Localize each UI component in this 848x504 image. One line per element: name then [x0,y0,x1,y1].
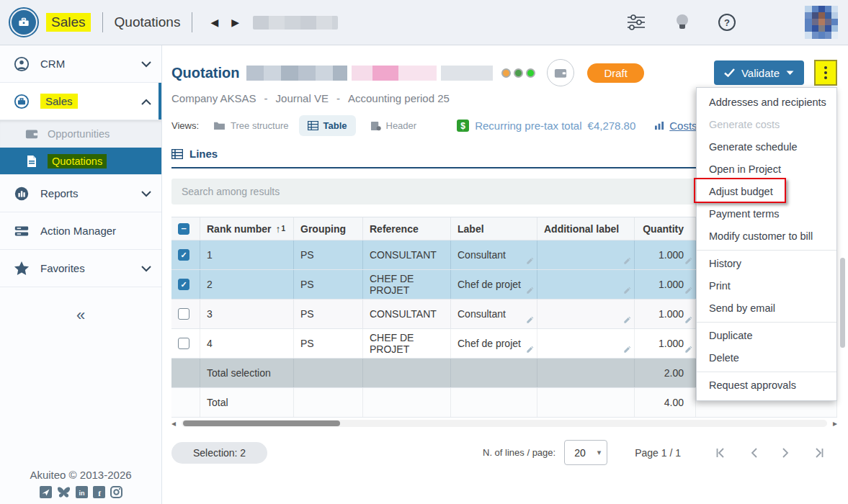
app-name[interactable]: Sales [46,13,91,32]
lines-per-page-select[interactable]: 20 ▾ [564,440,607,465]
sidebar-item-quotations[interactable]: Quotations [0,148,161,175]
view-header[interactable]: Header [370,120,417,131]
forward-arrow-icon[interactable]: ▶ [231,17,239,28]
total-selection-label: Total selection [200,359,294,387]
action-manager-icon [13,225,30,238]
menu-divider [697,322,836,323]
edit-cell-icon[interactable] [684,344,692,356]
chevron-down-icon [141,262,151,274]
menu-item-duplicate[interactable]: Duplicate [697,325,836,347]
butterfly-icon[interactable] [57,486,71,498]
menu-item-modify-customer-to-bill[interactable]: Modify customer to bill [697,225,836,248]
recurring-total-value: €4,278.80 [588,120,636,132]
wallet-button[interactable] [547,59,574,86]
company-label: Company AKSAS [171,92,256,104]
col-additional-label[interactable]: Additional label [537,217,635,240]
sidebar-item-sales[interactable]: Sales [0,83,161,120]
sidebar-item-favorites[interactable]: Favorites [0,250,161,287]
instagram-icon[interactable] [110,486,122,498]
linkedin-icon[interactable]: in [76,486,88,498]
lines-per-page-label: N. of lines / page: [483,447,555,458]
page-name: Quotations [115,14,181,30]
scrollbar-thumb[interactable] [183,420,340,426]
redacted-record-id [253,16,338,30]
edit-cell-icon[interactable] [684,256,692,267]
row-checkbox[interactable] [178,249,189,261]
edit-cell-icon[interactable] [526,285,534,297]
col-label[interactable]: Label [451,217,537,240]
back-arrow-icon[interactable]: ◀ [210,17,218,28]
row-checkbox[interactable] [178,308,189,320]
edit-cell-icon[interactable] [684,315,692,326]
edit-cell-icon[interactable] [526,315,534,326]
edit-cell-icon[interactable] [684,285,692,297]
sidebar-item-opportunities[interactable]: Opportunities [0,120,161,148]
collapse-sidebar-button[interactable]: « [0,306,161,325]
bar-chart-icon [654,121,665,130]
crm-icon [13,56,30,72]
kebab-menu-button[interactable] [814,60,837,86]
edit-cell-icon[interactable] [526,256,534,267]
page-indicator: Page 1 / 1 [635,447,681,459]
total-value: 4.00 [635,388,696,417]
edit-cell-icon[interactable] [623,315,631,326]
edit-cell-icon[interactable] [623,256,631,267]
tips-lightbulb-icon[interactable] [674,13,690,32]
menu-item-history[interactable]: History [697,253,836,275]
col-rank-number[interactable]: Rank number ↑1 [200,217,294,240]
last-page-button[interactable] [812,447,824,459]
vertical-scrollbar-thumb[interactable] [840,258,845,348]
folder-tree-icon [213,121,226,130]
help-icon[interactable]: ? [718,13,736,32]
menu-item-adjust-budget[interactable]: Adjust budget [697,181,836,203]
redacted-quotation-name [352,66,437,81]
view-table[interactable]: Table [299,115,356,136]
col-grouping[interactable]: Grouping [294,217,363,240]
sidebar: CRM Sales Opportunities Quotations Repor… [0,45,162,504]
first-page-button[interactable] [715,447,728,459]
menu-item-addresses-and-recipients[interactable]: Addresses and recipients [697,91,836,114]
divider [102,12,103,32]
select-all-checkbox[interactable] [178,223,189,235]
menu-item-generate-schedule[interactable]: Generate schedule [697,136,836,158]
edit-cell-icon[interactable] [623,285,631,297]
sidebar-item-reports[interactable]: Reports [0,175,161,212]
quotation-document-icon [24,155,39,168]
menu-item-payment-terms[interactable]: Payment terms [697,203,836,225]
akuiteo-logo [9,7,39,37]
lines-table-icon [171,149,183,159]
sidebar-item-crm[interactable]: CRM [0,45,161,83]
sidebar-item-label: Reports [40,187,79,199]
menu-item-request-approvals[interactable]: Request approvals [697,374,836,397]
menu-item-send-by-email[interactable]: Send by email [697,297,836,320]
col-quantity[interactable]: Quantity [635,217,696,240]
validate-button[interactable]: Validate [714,60,804,85]
sidebar-item-action-manager[interactable]: Action Manager [0,212,161,250]
row-checkbox[interactable] [178,279,189,290]
edit-cell-icon[interactable] [623,344,631,356]
menu-item-open-in-project[interactable]: Open in Project [697,158,836,181]
redacted-text [441,66,493,81]
horizontal-scrollbar[interactable]: ◂ ▸ [171,419,837,428]
previous-page-button[interactable] [750,447,759,459]
facebook-icon[interactable]: f [93,486,105,498]
apps-grid-icon[interactable] [764,16,777,30]
send-icon[interactable] [40,486,52,498]
money-icon: $ [457,120,469,132]
edit-cell-icon[interactable] [526,344,534,356]
recurring-total: $ Recurring pre-tax total €4,278.80 [457,120,635,132]
menu-item-delete[interactable]: Delete [697,347,836,369]
settings-sliders-icon[interactable] [625,13,647,32]
scroll-right-icon[interactable]: ▸ [827,418,837,428]
page-title: Quotation [171,65,239,81]
scroll-left-icon[interactable]: ◂ [171,418,182,428]
next-page-button[interactable] [781,447,790,459]
view-tree-structure[interactable]: Tree structure [213,120,288,131]
col-reference[interactable]: Reference [363,217,451,240]
user-avatar[interactable] [805,6,838,39]
menu-item-print[interactable]: Print [697,275,836,297]
row-checkbox[interactable] [178,338,189,349]
table-footer-bar: Selection: 2 N. of lines / page: 20 ▾ Pa… [171,440,837,465]
status-badge: Draft [587,63,644,83]
chevron-up-icon [141,95,151,107]
